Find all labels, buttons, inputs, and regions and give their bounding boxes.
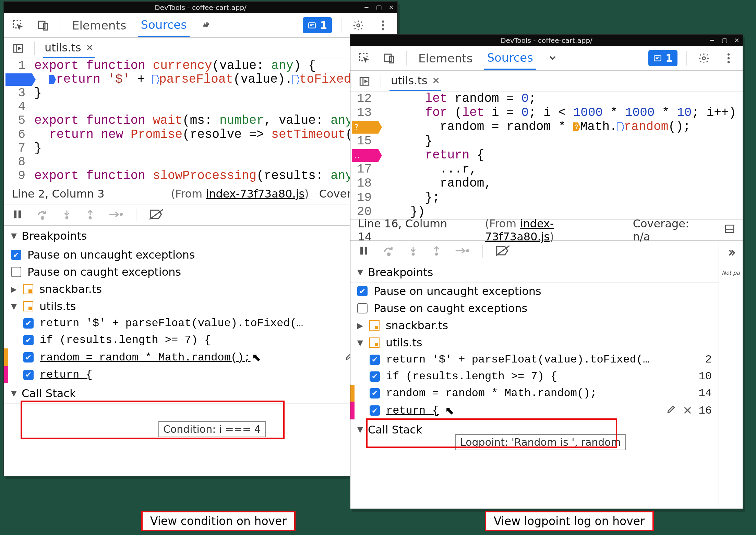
inline-breakpoint-icon[interactable]: [152, 75, 159, 84]
maximize-button[interactable]: ▢: [375, 3, 383, 11]
ts-file-icon: [369, 320, 380, 331]
breakpoint-line: 14: [699, 387, 712, 400]
inline-breakpoint-icon[interactable]: ?: [573, 122, 580, 131]
inspect-element-icon[interactable]: [10, 17, 26, 33]
issues-chip[interactable]: 1: [648, 50, 677, 66]
settings-icon[interactable]: [696, 50, 712, 66]
divider: [341, 18, 341, 33]
svg-point-28: [387, 253, 390, 255]
checkbox-unchecked[interactable]: [11, 267, 21, 277]
breakpoint-row[interactable]: ✔return '$' + parseFloat(value).toFixed(…: [350, 351, 719, 368]
checkbox-checked[interactable]: ✔: [370, 388, 380, 399]
checkbox-checked[interactable]: ✔: [370, 405, 380, 416]
editor-status-bar: Line 16, Column 14 (From index-73f73a80.…: [350, 219, 743, 241]
kebab-menu-icon[interactable]: [375, 17, 391, 33]
expand-panel-icon[interactable]: [726, 248, 736, 259]
more-tabs-icon[interactable]: [545, 50, 561, 66]
tab-sources[interactable]: Sources: [138, 14, 190, 37]
close-button[interactable]: ✕: [733, 36, 741, 44]
file-name-label: snackbar.ts: [39, 283, 102, 296]
checkbox-checked[interactable]: ✔: [23, 352, 34, 362]
step-over-icon[interactable]: [36, 208, 49, 222]
breakpoint-row-hovered[interactable]: ✔ random = random * Math.random(); ⬉ ✕ 1…: [4, 348, 397, 366]
titlebar[interactable]: DevTools - coffee-cart.app/ ━ ▢ ✕: [350, 35, 743, 46]
titlebar[interactable]: DevTools - coffee-cart.app/ ━ ▢ ✕: [4, 2, 397, 13]
kebab-menu-icon[interactable]: [721, 50, 736, 66]
toggle-drawer-icon[interactable]: [724, 223, 735, 237]
file-group-snackbar[interactable]: ▶snackbar.ts: [350, 317, 719, 334]
step-over-icon[interactable]: [383, 245, 395, 258]
pause-icon[interactable]: [358, 245, 370, 258]
breakpoints-header[interactable]: ▼Breakpoints: [350, 262, 719, 283]
source-map-link[interactable]: index-73f73a80.js: [206, 187, 304, 200]
svg-point-22: [728, 61, 730, 63]
maximize-button[interactable]: ▢: [721, 36, 728, 44]
checkbox-checked[interactable]: ✔: [370, 371, 380, 382]
inline-breakpoint-icon[interactable]: [292, 75, 299, 84]
checkbox-checked[interactable]: ✔: [11, 250, 21, 260]
step-into-icon[interactable]: [62, 208, 72, 222]
more-tabs-icon[interactable]: [199, 17, 214, 33]
file-group-snackbar[interactable]: ▶snackbar.ts: [4, 281, 397, 298]
minimize-button[interactable]: ━: [708, 36, 716, 44]
step-icon[interactable]: [455, 246, 469, 257]
pause-uncaught-row[interactable]: ✔Pause on uncaught exceptions: [350, 283, 719, 300]
tab-elements[interactable]: Elements: [69, 14, 129, 36]
divider: [136, 209, 136, 221]
inspect-element-icon[interactable]: [357, 50, 372, 66]
device-toolbar-icon[interactable]: [35, 17, 51, 33]
checkbox-checked[interactable]: ✔: [23, 335, 34, 345]
breakpoint-row[interactable]: ✔return '$' + parseFloat(value).toFixed(…: [4, 315, 397, 332]
step-out-icon[interactable]: [85, 208, 95, 222]
breakpoint-row[interactable]: ✔random = random * Math.random();14: [350, 385, 719, 402]
divider: [686, 51, 687, 66]
svg-point-29: [412, 253, 414, 255]
tab-sources[interactable]: Sources: [484, 47, 536, 70]
inline-breakpoint-icon[interactable]: [617, 122, 624, 131]
pause-uncaught-row[interactable]: ✔Pause on uncaught exceptions: [4, 246, 397, 263]
deactivate-breakpoints-icon[interactable]: [149, 209, 163, 221]
toggle-navigator-icon[interactable]: [357, 73, 372, 89]
checkbox-checked[interactable]: ✔: [23, 318, 34, 329]
call-stack-header[interactable]: ▼Call Stack: [4, 383, 397, 404]
file-tab-utils[interactable]: utils.ts ✕: [389, 71, 441, 91]
checkbox-checked[interactable]: ✔: [357, 286, 368, 296]
breakpoint-row[interactable]: ✔if (results.length >= 7) {10: [350, 368, 719, 385]
pause-caught-row[interactable]: Pause on caught exceptions: [4, 263, 397, 281]
checkbox-checked[interactable]: ✔: [370, 355, 380, 365]
window-title: DevTools - coffee-cart.app/: [155, 3, 247, 12]
breakpoint-row-hovered[interactable]: ✔ return { ⬉ ✕ 16: [350, 402, 719, 419]
pause-caught-row[interactable]: Pause on caught exceptions: [350, 300, 719, 317]
code-editor[interactable]: 1export function currency(value: any) { …: [4, 59, 397, 183]
device-toolbar-icon[interactable]: [381, 50, 397, 66]
close-button[interactable]: ✕: [387, 3, 395, 11]
checkbox-unchecked[interactable]: [357, 303, 368, 313]
file-group-utils[interactable]: ▼utils.ts: [4, 298, 397, 315]
tab-elements[interactable]: Elements: [416, 47, 475, 69]
breakpoint-row[interactable]: ✔return {16: [4, 366, 397, 383]
breakpoints-header[interactable]: ▼Breakpoints: [4, 226, 397, 246]
step-into-icon[interactable]: [408, 245, 418, 258]
edit-breakpoint-icon[interactable]: [666, 404, 676, 417]
breakpoint-row[interactable]: ✔if (results.length >= 7) {10: [4, 332, 397, 348]
toggle-navigator-icon[interactable]: [10, 40, 26, 56]
settings-icon[interactable]: [350, 17, 366, 33]
checkbox-checked[interactable]: ✔: [23, 370, 34, 380]
issues-chip[interactable]: 1: [303, 17, 332, 33]
close-tab-icon[interactable]: ✕: [432, 75, 440, 86]
step-icon[interactable]: [108, 209, 123, 221]
step-out-icon[interactable]: [431, 245, 442, 258]
remove-breakpoint-icon[interactable]: ✕: [683, 404, 693, 417]
code-editor[interactable]: 12 let random = 0; 13 for (let i = 0; i …: [350, 92, 743, 219]
inline-breakpoint-icon[interactable]: [49, 75, 56, 84]
file-tab-label: utils.ts: [45, 41, 81, 54]
minimize-button[interactable]: ━: [363, 3, 370, 11]
deactivate-breakpoints-icon[interactable]: [496, 245, 509, 258]
file-tab-utils[interactable]: utils.ts ✕: [43, 38, 95, 58]
close-tab-icon[interactable]: ✕: [86, 43, 94, 53]
side-panel-collapsed[interactable]: Not pa: [719, 241, 743, 508]
svg-point-13: [89, 217, 91, 219]
pause-icon[interactable]: [12, 209, 23, 222]
file-group-utils[interactable]: ▼utils.ts: [350, 334, 719, 351]
breakpoint-line: 2: [705, 353, 712, 366]
